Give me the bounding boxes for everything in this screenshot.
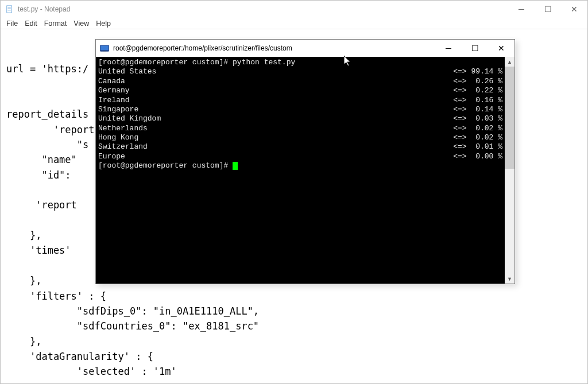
terminal-titlebar[interactable]: root@pgdemoreporter:/home/plixer/scrutin… — [96, 40, 514, 57]
terminal-maximize-button[interactable]: ☐ — [462, 40, 488, 57]
menu-format[interactable]: Format — [44, 20, 67, 28]
terminal-output[interactable]: [root@pgdemoreporter custom]# python tes… — [96, 57, 505, 284]
row-country: Canada — [98, 77, 125, 86]
close-button[interactable]: ✕ — [561, 1, 587, 18]
terminal-row: United Kingdom<=> 0.03 % — [98, 114, 502, 123]
row-country: Europe — [98, 152, 125, 161]
terminal-close-button[interactable]: ✕ — [488, 40, 514, 57]
notepad-title: test.py - Notepad — [18, 5, 70, 13]
row-value: <=> 0.02 % — [453, 124, 502, 133]
terminal-row: Europe<=> 0.00 % — [98, 152, 502, 161]
terminal-prompt[interactable]: [root@pgdemoreporter custom]# — [98, 161, 502, 170]
svg-rect-5 — [100, 46, 109, 51]
row-country: Germany — [98, 86, 130, 95]
row-value: <=> 0.01 % — [453, 142, 502, 152]
terminal-row: Hong Kong<=> 0.02 % — [98, 133, 502, 142]
terminal-minimize-button[interactable]: ─ — [435, 40, 462, 57]
menu-view[interactable]: View — [74, 20, 89, 28]
row-value: <=> 0.00 % — [453, 152, 502, 161]
terminal-row: United States<=> 99.14 % — [98, 67, 502, 76]
svg-rect-0 — [7, 6, 12, 13]
notepad-menubar: File Edit Format View Help — [1, 18, 587, 29]
scroll-down-arrow[interactable]: ▼ — [505, 274, 514, 284]
terminal-window: root@pgdemoreporter:/home/plixer/scrutin… — [95, 39, 515, 284]
putty-icon — [99, 43, 110, 53]
svg-rect-6 — [103, 52, 106, 52]
row-country: United Kingdom — [98, 114, 161, 123]
row-value: <=> 99.14 % — [453, 67, 502, 76]
terminal-row: Singapore<=> 0.14 % — [98, 105, 502, 114]
terminal-row: Ireland<=> 0.16 % — [98, 96, 502, 105]
row-value: <=> 0.26 % — [453, 77, 502, 86]
terminal-line: [root@pgdemoreporter custom]# python tes… — [98, 58, 502, 67]
notepad-titlebar[interactable]: test.py - Notepad ─ ☐ ✕ — [1, 1, 587, 18]
terminal-row: Germany<=> 0.22 % — [98, 86, 502, 95]
row-country: Netherlands — [98, 124, 148, 133]
terminal-row: Switzerland<=> 0.01 % — [98, 142, 502, 152]
row-value: <=> 0.22 % — [453, 86, 502, 95]
cursor — [233, 162, 238, 170]
terminal-row: Netherlands<=> 0.02 % — [98, 124, 502, 133]
row-country: Ireland — [98, 96, 130, 105]
row-country: United States — [98, 67, 156, 76]
row-country: Hong Kong — [98, 133, 138, 142]
terminal-scrollbar[interactable]: ▲ ▼ — [505, 57, 514, 284]
maximize-button[interactable]: ☐ — [535, 1, 561, 18]
minimize-button[interactable]: ─ — [508, 1, 535, 18]
menu-help[interactable]: Help — [96, 20, 111, 28]
terminal-row: Canada<=> 0.26 % — [98, 77, 502, 86]
menu-edit[interactable]: Edit — [25, 20, 37, 28]
row-value: <=> 0.14 % — [453, 105, 502, 114]
row-value: <=> 0.02 % — [453, 133, 502, 142]
row-country: Switzerland — [98, 142, 148, 152]
scroll-up-arrow[interactable]: ▲ — [505, 57, 514, 67]
scroll-thumb[interactable] — [505, 67, 514, 169]
terminal-title: root@pgdemoreporter:/home/plixer/scrutin… — [113, 44, 292, 52]
notepad-icon — [5, 5, 14, 14]
menu-file[interactable]: File — [6, 20, 18, 28]
row-value: <=> 0.03 % — [453, 114, 502, 123]
row-country: Singapore — [98, 105, 138, 114]
row-value: <=> 0.16 % — [453, 96, 502, 105]
